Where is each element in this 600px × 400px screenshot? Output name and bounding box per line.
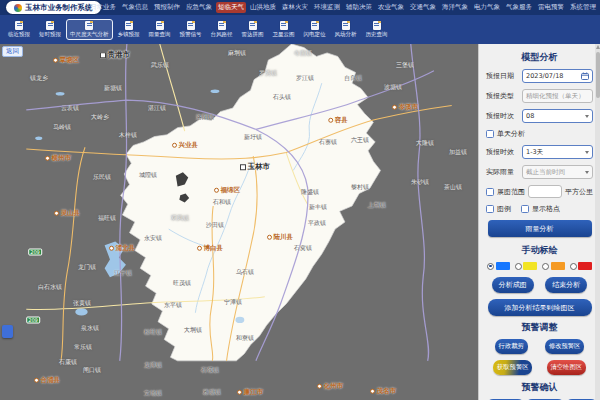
rain-analysis-button[interactable]: 雨量分析 — [488, 220, 592, 237]
tab-label: 风场分析 — [335, 31, 357, 38]
actual-rain-select[interactable]: 截止当前时间 — [522, 165, 593, 179]
forecast-date-row: 预报日期 2023/07/18 — [486, 69, 593, 83]
forecast-period-row: 预报时效 1-3天 — [486, 145, 593, 159]
range-label: 展图范围 — [497, 187, 525, 197]
topnav-item-0[interactable]: 日常业务 — [88, 2, 118, 13]
range-area-input[interactable] — [528, 185, 562, 198]
tab-label: 短时预报 — [39, 31, 61, 38]
chevron-down-icon — [585, 151, 589, 154]
range-checkbox[interactable] — [486, 188, 494, 196]
tab-2[interactable]: 中尺度天气分析 — [66, 19, 113, 40]
adjust-buttons-row1: 行政裁剪修改预警区 — [486, 339, 593, 354]
single-day-label: 单天分析 — [497, 129, 525, 139]
tab-bar: 临近预报短时预报中尺度天气分析乡镇预报雨量查询预警信号台风路径雷达拼图卫星云图闪… — [0, 15, 600, 44]
tab-4[interactable]: 雨量查询 — [145, 19, 175, 40]
back-button[interactable]: 返回 — [2, 46, 23, 57]
topnav-item-7[interactable]: 环境监测 — [312, 2, 342, 13]
map-tool-button[interactable] — [2, 325, 13, 338]
scrollbar-thumb[interactable] — [596, 52, 600, 98]
tab-6[interactable]: 台风路径 — [207, 19, 237, 40]
legend-checkbox[interactable] — [486, 205, 494, 213]
adjust-button-1[interactable]: 修改预警区 — [545, 339, 584, 354]
document-icon — [156, 21, 164, 30]
topnav-item-8[interactable]: 辅助决策 — [344, 2, 374, 13]
add-result-button[interactable]: 添加分析结果到绘图区 — [488, 299, 592, 316]
map-canvas[interactable]: 贵港市玉林市覃塘区兴业县横州市灵山县浦北县博白县福绵区陆川县容县岑溪市合浦县廉江… — [0, 44, 478, 400]
manual-buttons: 分析成图结束分析 — [486, 277, 593, 293]
adjust-button-b-0[interactable]: 获取预警区 — [493, 360, 532, 375]
tab-8[interactable]: 卫星云图 — [269, 19, 299, 40]
document-icon — [85, 21, 93, 30]
actual-rain-label: 实际雨量 — [486, 167, 522, 177]
topnav-item-1[interactable]: 气象信息 — [120, 2, 150, 13]
application-window: 玉林市业务制作系统 日常业务气象信息预报制作应急气象短临天气山洪地质森林火灾环境… — [0, 0, 600, 400]
app-title: 玉林市业务制作系统 — [25, 3, 93, 13]
panel-scrollbar[interactable] — [595, 44, 600, 400]
forecast-hour-select[interactable]: 08 — [522, 109, 593, 123]
section-title-adjust: 预警调整 — [486, 321, 593, 334]
map-graphics — [0, 44, 478, 400]
document-icon — [249, 21, 257, 30]
document-icon — [311, 21, 319, 30]
tab-label: 乡镇预报 — [118, 31, 140, 38]
topnav-item-12[interactable]: 电力气象 — [472, 2, 502, 13]
color-option-0 — [487, 262, 510, 270]
tab-label: 临近预报 — [8, 31, 30, 38]
color-radio-3[interactable] — [570, 263, 577, 270]
document-icon — [373, 21, 381, 30]
actual-rain-row: 实际雨量 截止当前时间 — [486, 165, 593, 179]
forecast-period-label: 预报时效 — [486, 147, 522, 157]
color-swatch-row — [487, 262, 592, 270]
topnav-item-10[interactable]: 交通气象 — [408, 2, 438, 13]
topnav-item-9[interactable]: 农业气象 — [376, 2, 406, 13]
tab-11[interactable]: 历史查询 — [362, 19, 392, 40]
grid-points-checkbox[interactable] — [521, 205, 529, 213]
tab-3[interactable]: 乡镇预报 — [114, 19, 144, 40]
tab-1[interactable]: 短时预报 — [35, 19, 65, 40]
manual-button-1[interactable]: 结束分析 — [545, 277, 587, 293]
tab-9[interactable]: 闪电定位 — [300, 19, 330, 40]
topnav-item-11[interactable]: 海洋气象 — [440, 2, 470, 13]
single-day-checkbox[interactable] — [486, 130, 494, 138]
tab-5[interactable]: 预警信号 — [176, 19, 206, 40]
tab-10[interactable]: 风场分析 — [331, 19, 361, 40]
color-swatch[interactable] — [496, 262, 510, 270]
forecast-period-select[interactable]: 1-3天 — [522, 145, 593, 159]
color-radio-0[interactable] — [487, 263, 494, 270]
chevron-down-icon — [585, 171, 589, 174]
app-logo: 玉林市业务制作系统 — [6, 1, 101, 14]
tab-7[interactable]: 雷达拼图 — [238, 19, 268, 40]
adjust-button-0[interactable]: 行政裁剪 — [495, 339, 528, 354]
forecast-hour-label: 预报时次 — [486, 111, 522, 121]
tab-0[interactable]: 临近预报 — [4, 19, 34, 40]
topnav-item-13[interactable]: 气象服务 — [504, 2, 534, 13]
calendar-icon — [581, 72, 589, 80]
top-bar: 玉林市业务制作系统 日常业务气象信息预报制作应急气象短临天气山洪地质森林火灾环境… — [0, 0, 600, 15]
color-radio-2[interactable] — [542, 263, 549, 270]
topnav-item-6[interactable]: 森林火灾 — [280, 2, 310, 13]
document-icon — [280, 21, 288, 30]
color-swatch[interactable] — [523, 262, 537, 270]
yulin-region-shape — [121, 44, 381, 361]
topnav-item-4[interactable]: 短临天气 — [216, 2, 246, 13]
color-swatch[interactable] — [578, 262, 592, 270]
document-icon — [46, 21, 54, 30]
forecast-date-input[interactable]: 2023/07/18 — [522, 69, 593, 83]
adjust-buttons-row2: 获取预警区清空绘图区 — [486, 360, 593, 375]
color-radio-1[interactable] — [515, 263, 522, 270]
section-title-model-analysis: 模型分析 — [486, 51, 593, 64]
tab-label: 台风路径 — [211, 31, 233, 38]
forecast-type-label: 预报类型 — [486, 91, 522, 101]
tab-label: 闪电定位 — [304, 31, 326, 38]
manual-button-0[interactable]: 分析成图 — [492, 277, 534, 293]
adjust-button-b-1[interactable]: 清空绘图区 — [547, 360, 586, 375]
document-icon — [218, 21, 226, 30]
topnav-item-14[interactable]: 雷电预警 — [536, 2, 566, 13]
color-swatch[interactable] — [551, 262, 565, 270]
topnav-item-3[interactable]: 应急气象 — [184, 2, 214, 13]
topnav-item-2[interactable]: 预报制作 — [152, 2, 182, 13]
document-icon — [15, 21, 23, 30]
topnav-item-5[interactable]: 山洪地质 — [248, 2, 278, 13]
range-row: 展图范围 平方公里 — [486, 185, 593, 198]
topnav-item-15[interactable]: 系统管理 — [568, 2, 598, 13]
